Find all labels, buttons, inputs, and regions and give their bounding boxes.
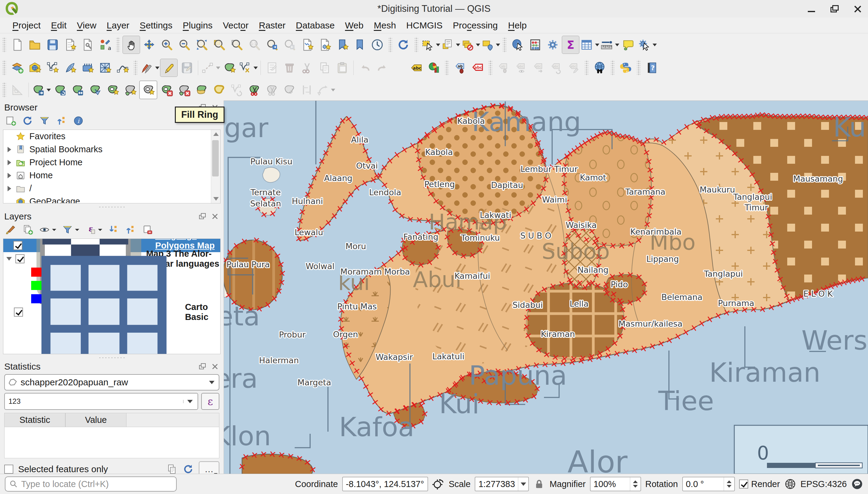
layers-tool-add-group[interactable] [22, 224, 33, 235]
messages-icon[interactable] [851, 478, 863, 490]
statistics-layer-combo[interactable]: schapper2020papuan_raw [4, 374, 219, 391]
select-by-location-button[interactable] [481, 36, 500, 54]
new-shapefile-layer-button[interactable] [44, 59, 61, 77]
menu-edit[interactable]: Edit [46, 19, 72, 32]
browser-item-home[interactable]: Home [3, 169, 220, 182]
layers-tool-open-layer-styling[interactable] [5, 224, 16, 235]
layer-diagram-options-button[interactable] [426, 59, 442, 77]
close-button[interactable] [853, 4, 862, 13]
identify-features-button[interactable]: i [509, 36, 526, 54]
map-canvas[interactable]: 0 agarKamangKuWersKiramanTieePapunaKuiKa… [224, 100, 868, 474]
select-features-button[interactable] [421, 36, 440, 54]
show-layout-manager-button[interactable] [79, 36, 96, 54]
menu-settings[interactable]: Settings [135, 19, 178, 32]
menu-processing[interactable]: Processing [448, 19, 503, 32]
browser-item-favorites[interactable]: Favorites [3, 130, 220, 143]
lock-scale-icon[interactable] [533, 478, 545, 490]
toggle-editing-button[interactable] [160, 59, 178, 77]
dropdown-caret-icon[interactable] [216, 66, 220, 69]
scale-combo[interactable]: 1:277383 [475, 477, 529, 491]
new-project-button[interactable] [9, 36, 26, 54]
toolbar-grip[interactable] [134, 60, 137, 76]
deselect-features-button[interactable] [461, 36, 480, 54]
zoom-full-extent-button[interactable] [193, 36, 210, 54]
new-print-layout-button[interactable] [61, 36, 78, 54]
field-dropdown[interactable] [183, 400, 198, 403]
locate-input[interactable]: Type to locate (Ctrl+K) [5, 476, 177, 492]
dropdown-caret-icon[interactable] [46, 89, 51, 91]
minimize-button[interactable] [807, 4, 816, 13]
toolbar-grip[interactable] [414, 37, 418, 53]
delete-ring-button[interactable] [158, 81, 175, 99]
menu-web[interactable]: Web [340, 19, 369, 32]
style-manager-button[interactable]: a [97, 36, 114, 54]
crs-value[interactable]: EPSG:4326 [801, 479, 847, 489]
statistics-field-combo[interactable]: 123 [4, 393, 198, 410]
new-virtual-layer-button[interactable] [97, 59, 114, 77]
toolbar-grip[interactable] [503, 37, 507, 53]
menu-layer[interactable]: Layer [102, 19, 135, 32]
selected-features-only-checkbox[interactable] [4, 464, 13, 474]
recalculate-statistics-button[interactable] [182, 463, 194, 475]
add-polygon-feature-button[interactable] [221, 59, 238, 77]
dropdown-caret-icon[interactable] [456, 43, 460, 46]
toolbar-grip[interactable] [585, 60, 589, 76]
dock-splitter-2[interactable] [0, 355, 223, 360]
layer-item-carto-basic[interactable]: Carto Basic [3, 305, 220, 319]
dropdown-caret-icon[interactable] [595, 43, 599, 46]
layer-visibility-checkbox[interactable] [13, 241, 22, 250]
zoom-in-button[interactable] [158, 36, 175, 54]
layers-float-button[interactable] [198, 212, 206, 221]
layer-labeling-options-button[interactable]: abc [408, 59, 425, 77]
pan-to-selection-button[interactable] [141, 36, 158, 54]
temporal-controller-button[interactable] [369, 36, 386, 54]
toolbar-grip[interactable] [2, 82, 6, 98]
add-ring-button[interactable] [104, 81, 121, 99]
toolbar-grip[interactable] [116, 37, 120, 53]
browser-scrollbar[interactable] [211, 130, 220, 203]
menu-database[interactable]: Database [291, 19, 340, 32]
dropdown-caret-icon[interactable] [155, 66, 159, 69]
select-by-form-button[interactable] [441, 36, 460, 54]
layer-visibility-checkbox[interactable] [14, 307, 23, 317]
browser-tool-refresh[interactable] [22, 115, 33, 127]
layers-tool-collapse-all[interactable] [125, 224, 136, 235]
dropdown-caret-icon[interactable] [476, 43, 480, 46]
browser-tool-collapse-all[interactable] [56, 115, 67, 127]
menu-project[interactable]: Project [7, 19, 46, 32]
browser-tool-add-layer[interactable] [5, 115, 16, 127]
current-edits-button[interactable] [140, 59, 159, 77]
measure-line-button[interactable] [600, 36, 619, 54]
new-geopackage-layer-button[interactable] [26, 59, 43, 77]
dropdown-caret-icon[interactable] [331, 89, 335, 91]
dropdown-caret-icon[interactable] [254, 66, 258, 69]
offset-point-symbols-button[interactable] [69, 81, 86, 99]
processing-toolbox-button[interactable] [544, 36, 561, 54]
show-statistical-summary-button[interactable]: Σ [562, 36, 579, 54]
menu-help[interactable]: Help [503, 19, 532, 32]
new-mesh-layer-button[interactable] [79, 59, 96, 77]
vertex-tool-button[interactable] [238, 59, 258, 77]
dropdown-caret-icon[interactable] [496, 43, 500, 46]
layers-tool-expand-all[interactable] [108, 224, 119, 235]
render-checkbox[interactable] [739, 479, 748, 489]
toolbar-grip[interactable] [637, 60, 640, 76]
restore-button[interactable] [830, 4, 839, 13]
dropdown-caret-icon[interactable] [653, 43, 657, 46]
copy-statistics-button[interactable] [166, 463, 178, 475]
new-gpx-layer-button[interactable] [114, 59, 131, 77]
zoom-last-button[interactable] [263, 36, 280, 54]
save-project-button[interactable] [44, 36, 61, 54]
toolbar-grip[interactable] [445, 60, 449, 76]
menu-view[interactable]: View [72, 19, 101, 32]
statistics-col-statistic[interactable]: Statistic [4, 413, 65, 427]
dropdown-caret-icon[interactable] [615, 43, 619, 46]
pin-labels-button[interactable]: ab [451, 59, 468, 77]
dock-splitter[interactable] [0, 205, 223, 209]
open-attribute-table-button[interactable] [580, 36, 599, 54]
zoom-to-selection-button[interactable] [211, 36, 228, 54]
highlight-pinned-labels-button[interactable]: abc [469, 59, 486, 77]
layers-tool-remove-layer[interactable] [142, 224, 153, 235]
browser-item-project-home[interactable]: Project Home [3, 156, 220, 169]
coordinate-field[interactable]: -8.1043°, 124.5137° [342, 477, 428, 491]
